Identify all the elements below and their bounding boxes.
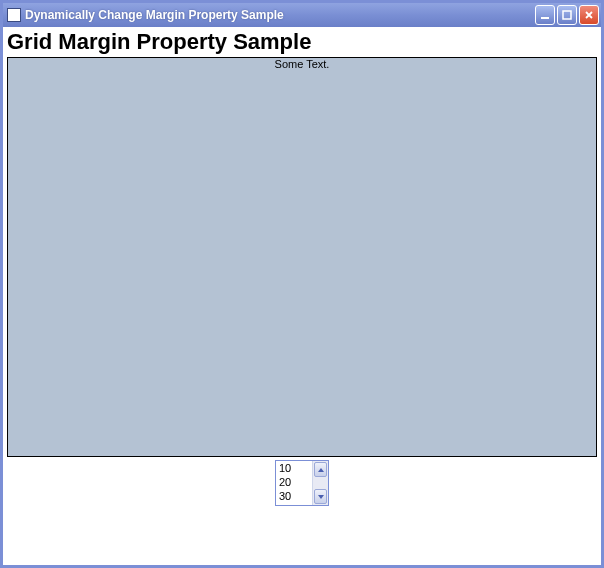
minimize-button[interactable] [535,5,555,25]
scroll-down-button[interactable] [314,489,327,504]
client-area: Grid Margin Property Sample Some Text. 1… [3,27,601,565]
grid-sample-text: Some Text. [8,58,596,70]
grid-panel: Some Text. [7,57,597,457]
margin-listbox[interactable]: 10 20 30 40 [275,460,329,506]
svg-rect-0 [541,17,549,19]
listbox-container: 10 20 30 40 [3,460,601,506]
window-title: Dynamically Change Margin Property Sampl… [25,8,535,22]
titlebar: Dynamically Change Margin Property Sampl… [3,3,601,27]
list-item[interactable]: 20 [279,475,312,489]
vertical-scrollbar[interactable] [312,461,328,505]
window-buttons [535,5,599,25]
list-item[interactable]: 40 [279,503,312,505]
list-item[interactable]: 30 [279,489,312,503]
window-frame: Dynamically Change Margin Property Sampl… [0,0,604,568]
app-icon [7,8,21,22]
close-button[interactable] [579,5,599,25]
listbox-items[interactable]: 10 20 30 40 [276,461,312,505]
scroll-up-button[interactable] [314,462,327,477]
svg-rect-1 [563,11,571,19]
maximize-button[interactable] [557,5,577,25]
list-item[interactable]: 10 [279,461,312,475]
page-title: Grid Margin Property Sample [7,29,597,55]
